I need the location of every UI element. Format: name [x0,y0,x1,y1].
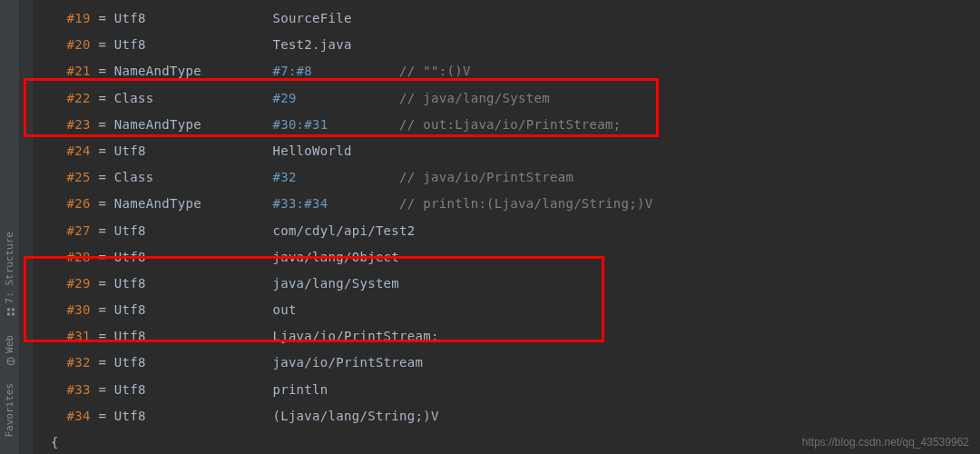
constant-pool-line: #20 = Utf8 Test2.java [33,32,980,58]
svg-rect-3 [8,309,11,311]
constant-pool-line: #29 = Utf8 java/lang/System [33,271,980,297]
constant-pool-line: #32 = Utf8 java/io/PrintStream [33,350,980,376]
constant-pool-line: #34 = Utf8 (Ljava/lang/String;)V [33,403,980,429]
constant-pool-line: #27 = Utf8 com/cdyl/api/Test2 [33,218,980,244]
constant-pool-line: #25 = Class #32 // java/io/PrintStream [33,164,980,191]
constant-pool-line: #33 = Utf8 println [33,377,980,403]
tab-structure[interactable]: 7: Structure [0,222,19,325]
constant-pool-line: #21 = NameAndType #7:#8 // "":()V [33,58,980,84]
constant-pool-line: #19 = Utf8 SourceFile [33,5,980,32]
sidebar-tabs: 7: Structure Web Favorites [0,0,20,454]
structure-icon [5,308,15,317]
constant-pool-line: #26 = NameAndType #33:#34 // println:(Lj… [33,191,980,217]
tab-label: 7: Structure [4,232,15,303]
tab-favorites[interactable]: Favorites [0,374,19,447]
svg-rect-0 [13,313,15,316]
constant-pool-line: #30 = Utf8 out [33,297,980,323]
constant-pool-line: #31 = Utf8 Ljava/io/PrintStream; [33,323,980,350]
tab-label: Web [4,335,15,353]
tab-web[interactable]: Web [0,326,19,375]
editor-gutter [20,0,33,454]
svg-rect-1 [8,313,11,316]
web-icon [5,356,15,365]
watermark-text: https://blog.csdn.net/qq_43539962 [802,436,969,449]
tab-label: Favorites [4,383,15,438]
constant-pool-line: #22 = Class #29 // java/lang/System [33,85,980,112]
constant-pool-line: #28 = Utf8 java/lang/Object [33,244,980,271]
constant-pool-line: #24 = Utf8 HelloWorld [33,138,980,164]
constant-pool-line: #23 = NameAndType #30:#31 // out:Ljava/i… [33,112,980,138]
svg-rect-2 [13,309,15,311]
code-editor[interactable]: #19 = Utf8 SourceFile #20 = Utf8 Test2.j… [33,0,980,454]
